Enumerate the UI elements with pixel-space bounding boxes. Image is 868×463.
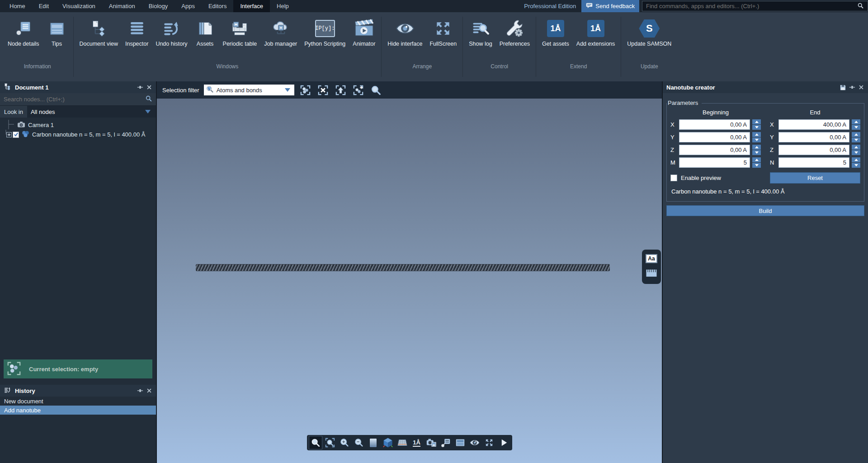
get-assets-button[interactable]: 1Å Get assets [539,18,572,48]
reset-button[interactable]: Reset [770,172,860,184]
pin-icon[interactable] [137,84,143,90]
play-button[interactable] [497,436,510,449]
zoom-tool-button[interactable] [309,436,322,449]
document-view-button[interactable]: Document view [76,18,121,48]
menu-visualization[interactable]: Visualization [56,0,102,12]
build-button[interactable]: Build [666,205,864,216]
history-item-new-document[interactable]: New document [0,397,156,406]
enable-preview-checkbox[interactable] [670,175,677,181]
spin-up-icon[interactable] [852,119,860,124]
visibility-checkbox[interactable] [13,132,19,138]
units-button[interactable]: 1Å [410,436,424,449]
history-item-add-nanotube[interactable]: Add nanotube [0,406,156,415]
expand-selection-button[interactable] [352,84,365,97]
spin-up-icon[interactable] [752,119,761,124]
tips-button[interactable]: Tips [43,18,71,48]
close-icon[interactable] [858,84,864,91]
spin-up-icon[interactable] [852,132,860,137]
labels-button[interactable]: Aa [646,254,657,263]
spinner[interactable] [752,157,761,168]
orientation-cube-button[interactable] [381,436,395,449]
spinner[interactable] [752,145,761,155]
node-search-input[interactable] [4,96,145,103]
node-label-button[interactable] [439,436,453,449]
end-y-field[interactable] [778,132,849,142]
assets-button[interactable]: Assets [192,18,219,48]
find-button[interactable] [369,84,382,97]
visibility-button[interactable] [468,436,481,449]
show-log-button[interactable]: Show log [466,18,495,48]
pin-icon[interactable] [137,387,143,394]
animator-button[interactable]: Animator [349,18,378,48]
spin-down-icon[interactable] [752,163,761,168]
preferences-button[interactable]: Preferences [496,18,533,48]
hide-interface-button[interactable]: Hide interface [384,18,425,48]
undo-history-button[interactable]: Undo history [152,18,190,48]
pin-icon[interactable] [849,84,855,91]
begin-x-field[interactable] [679,119,750,130]
begin-y-field[interactable] [679,132,750,142]
spin-up-icon[interactable] [852,157,860,162]
spinner[interactable] [852,157,860,168]
spin-up-icon[interactable] [752,132,761,137]
fullscreen-button[interactable]: FullScreen [426,18,460,48]
command-search-box[interactable] [642,1,868,11]
spin-down-icon[interactable] [852,137,860,142]
begin-z-field[interactable] [679,145,750,155]
menu-editors[interactable]: Editors [202,0,233,12]
inspector-button[interactable]: Inspector [122,18,151,48]
add-extensions-button[interactable]: 1Å Add extensions [573,18,618,48]
m-field[interactable] [679,157,750,168]
spin-down-icon[interactable] [752,137,761,142]
menu-animation[interactable]: Animation [102,0,142,12]
spinner[interactable] [852,132,860,142]
ruler-button[interactable] [646,268,657,279]
spin-up-icon[interactable] [752,145,761,150]
selection-filter-dropdown[interactable]: Atoms and bonds [204,85,294,95]
python-scripting-button[interactable]: IP[y]: Python Scripting [301,18,349,48]
n-field[interactable] [778,157,849,168]
close-icon[interactable] [146,387,152,394]
tree-row-nanotube[interactable]: Carbon nanotube n = 5, m = 5, l = 400.00… [0,130,156,139]
expand-icon[interactable] [6,132,12,137]
periodic-table-button[interactable]: Periodic table [220,18,260,48]
menu-edit[interactable]: Edit [32,0,56,12]
spinner[interactable] [852,145,860,155]
snapshot-button[interactable] [425,436,438,449]
deselect-all-button[interactable] [316,84,330,97]
spin-down-icon[interactable] [852,150,860,155]
send-feedback-button[interactable]: Send feedback [581,0,639,12]
select-all-button[interactable] [299,84,312,97]
spinner[interactable] [752,132,761,142]
spin-up-icon[interactable] [852,145,860,150]
menu-home[interactable]: Home [3,0,32,12]
end-x-field[interactable] [778,119,849,130]
end-z-field[interactable] [778,145,849,155]
carbon-nanotube-model[interactable] [196,264,610,271]
region-zoom-button[interactable] [323,436,337,449]
menu-biology[interactable]: Biology [142,0,175,12]
grid-plane-button[interactable] [396,436,409,449]
spinner[interactable] [852,119,860,130]
node-search-box[interactable] [0,93,156,106]
presenter-button[interactable] [453,436,467,449]
look-in-dropdown[interactable]: All nodes [27,106,156,118]
close-icon[interactable] [146,84,152,90]
tree-row-camera[interactable]: Camera 1 [0,120,156,130]
fullscreen-view-button[interactable] [482,436,496,449]
menu-apps[interactable]: Apps [175,0,202,12]
save-icon[interactable] [840,84,846,91]
zoom-in-button[interactable] [338,436,351,449]
spinner[interactable] [752,119,761,130]
spin-down-icon[interactable] [752,125,761,130]
spin-down-icon[interactable] [852,163,860,168]
job-manager-button[interactable]: Job manager [261,18,300,48]
node-details-button[interactable]: Node details [5,18,42,48]
zoom-out-button[interactable] [352,436,366,449]
spin-down-icon[interactable] [752,150,761,155]
select-parent-button[interactable] [334,84,347,97]
update-samson-button[interactable]: S Update SAMSON [624,18,675,48]
command-search-input[interactable] [646,3,845,9]
background-button[interactable] [367,436,380,449]
viewport-canvas[interactable]: Aa 1Å [157,99,662,463]
